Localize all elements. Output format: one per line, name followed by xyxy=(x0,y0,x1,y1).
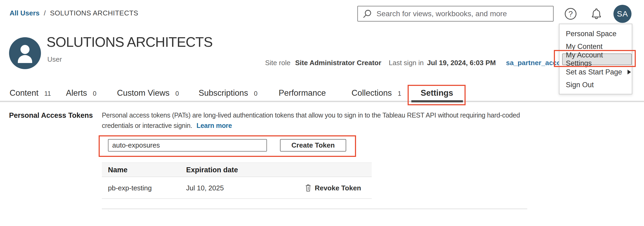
user-type-label: User xyxy=(47,55,62,64)
menu-item-my-account-settings[interactable]: My Account Settings xyxy=(559,53,632,66)
pat-description: Personal access tokens (PATs) are long-l… xyxy=(102,110,520,131)
token-name-cell: pb-exp-testing xyxy=(108,177,152,199)
person-icon xyxy=(9,37,41,69)
pat-description-line2: credentials or interactive signin.Learn … xyxy=(102,120,520,131)
help-icon[interactable]: ? xyxy=(565,8,576,20)
breadcrumb-separator: / xyxy=(44,9,46,17)
last-sign-in-label: Last sign in xyxy=(389,58,424,67)
notifications-bell-icon[interactable] xyxy=(590,7,603,20)
account-menu: Personal Space My Content My Account Set… xyxy=(559,24,632,94)
username-link[interactable]: sa_partner_accou xyxy=(506,58,565,67)
breadcrumb: All Users / SOLUTIONS ARCHITECTS xyxy=(10,9,138,17)
breadcrumb-current: SOLUTIONS ARCHITECTS xyxy=(50,9,138,17)
learn-more-link[interactable]: Learn more xyxy=(196,122,232,129)
active-tab-underline xyxy=(411,100,463,102)
tab-alerts[interactable]: Alerts0 xyxy=(66,88,97,98)
tokens-table-header: Name Expiration date xyxy=(102,162,372,177)
breadcrumb-all-users-link[interactable]: All Users xyxy=(10,9,40,17)
current-user-avatar[interactable]: SA xyxy=(613,5,632,23)
tab-custom-views[interactable]: Custom Views0 xyxy=(117,88,179,98)
pat-description-line1: Personal access tokens (PATs) are long-l… xyxy=(102,110,520,120)
profile-avatar xyxy=(9,37,41,69)
menu-item-set-as-start-page[interactable]: Set as Start Page xyxy=(559,66,632,78)
table-row: pb-exp-testing Jul 10, 2025 Revoke Token xyxy=(102,177,372,199)
trash-icon xyxy=(305,184,312,192)
token-name-input[interactable] xyxy=(108,139,267,152)
search-input[interactable] xyxy=(377,10,541,18)
menu-item-personal-space[interactable]: Personal Space xyxy=(559,27,632,40)
last-sign-in-value: Jul 19, 2024, 6:03 PM xyxy=(427,58,496,67)
revoke-token-button[interactable]: Revoke Token xyxy=(305,177,361,199)
highlighted-menu-pill[interactable]: My Account Settings xyxy=(562,53,632,65)
tab-content[interactable]: Content11 xyxy=(10,88,51,98)
tab-bar-baseline xyxy=(0,101,644,102)
section-divider xyxy=(102,208,527,209)
avatar-initials: SA xyxy=(617,9,628,18)
tab-collections[interactable]: Collections1 xyxy=(352,88,401,98)
page-title: SOLUTIONS ARCHITECTS xyxy=(47,34,212,50)
tab-performance[interactable]: Performance xyxy=(279,88,326,98)
token-expiration-cell: Jul 10, 2025 xyxy=(186,177,224,199)
submenu-arrow-icon xyxy=(628,70,631,74)
menu-item-sign-out[interactable]: Sign Out xyxy=(559,78,632,91)
create-token-button[interactable]: Create Token xyxy=(280,139,346,152)
pat-section-heading: Personal Access Tokens xyxy=(9,111,93,120)
tab-settings[interactable]: Settings xyxy=(421,88,453,98)
search-icon xyxy=(363,9,372,19)
site-role-value: Site Administrator Creator xyxy=(295,58,381,67)
column-header-name: Name xyxy=(108,163,128,177)
column-header-expiration: Expiration date xyxy=(186,163,238,177)
tableau-user-settings-page: All Users / SOLUTIONS ARCHITECTS ? SA SO… xyxy=(0,0,644,226)
global-search[interactable] xyxy=(357,6,554,22)
tab-subscriptions[interactable]: Subscriptions0 xyxy=(199,88,257,98)
site-role-label: Site role xyxy=(265,58,290,67)
tokens-table: Name Expiration date pb-exp-testing Jul … xyxy=(102,162,372,199)
